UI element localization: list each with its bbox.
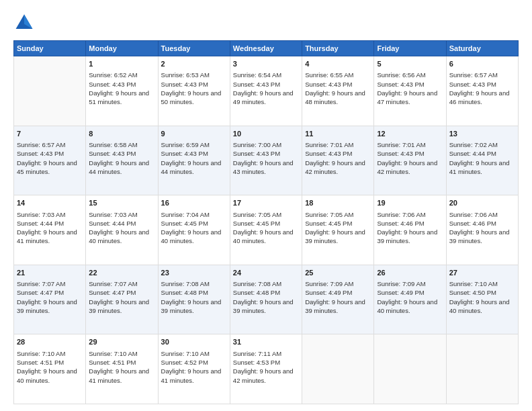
calendar-cell <box>374 334 446 404</box>
sunrise: Sunrise: 7:03 AM <box>17 211 65 218</box>
day-number: 3 <box>233 59 299 69</box>
day-number: 29 <box>89 337 154 347</box>
calendar-cell: 29Sunrise: 7:10 AMSunset: 4:51 PMDayligh… <box>86 334 158 404</box>
weekday-wednesday: Wednesday <box>230 41 302 56</box>
day-number: 12 <box>377 129 443 139</box>
sunset: Sunset: 4:43 PM <box>305 81 352 88</box>
sunrise: Sunrise: 6:54 AM <box>233 71 281 79</box>
sunrise: Sunrise: 6:55 AM <box>305 71 353 79</box>
sunset: Sunset: 4:48 PM <box>233 289 280 296</box>
day-number: 8 <box>89 129 154 139</box>
sunrise: Sunrise: 7:00 AM <box>233 141 281 148</box>
sunset: Sunset: 4:43 PM <box>305 150 352 157</box>
daylight: Daylight: 9 hours and 40 minutes. <box>89 228 149 244</box>
day-number: 28 <box>17 337 83 347</box>
calendar-cell: 3Sunrise: 6:54 AMSunset: 4:43 PMDaylight… <box>230 56 302 126</box>
calendar-cell: 25Sunrise: 7:09 AMSunset: 4:49 PMDayligh… <box>302 265 374 334</box>
header <box>13 12 519 34</box>
sunrise: Sunrise: 7:07 AM <box>89 280 137 287</box>
sunset: Sunset: 4:49 PM <box>377 289 424 296</box>
calendar-cell <box>14 56 86 126</box>
sunset: Sunset: 4:45 PM <box>305 220 352 227</box>
sunrise: Sunrise: 6:56 AM <box>377 71 425 79</box>
day-number: 17 <box>233 198 299 208</box>
calendar-table: SundayMondayTuesdayWednesdayThursdayFrid… <box>13 40 519 404</box>
sunset: Sunset: 4:43 PM <box>233 81 280 88</box>
daylight: Daylight: 9 hours and 39 minutes. <box>233 298 294 314</box>
sunset: Sunset: 4:43 PM <box>17 150 64 157</box>
calendar-cell: 1Sunrise: 6:52 AMSunset: 4:43 PMDaylight… <box>86 56 158 126</box>
weekday-saturday: Saturday <box>446 41 518 56</box>
calendar-cell: 14Sunrise: 7:03 AMSunset: 4:44 PMDayligh… <box>14 195 86 265</box>
day-number: 10 <box>233 129 299 139</box>
sunrise: Sunrise: 6:53 AM <box>161 71 210 79</box>
sunset: Sunset: 4:44 PM <box>89 220 136 227</box>
daylight: Daylight: 9 hours and 49 minutes. <box>233 89 294 105</box>
sunrise: Sunrise: 7:02 AM <box>449 141 498 148</box>
day-number: 25 <box>305 268 371 278</box>
logo <box>13 12 38 34</box>
day-number: 13 <box>449 129 515 139</box>
calendar-cell: 20Sunrise: 7:06 AMSunset: 4:46 PMDayligh… <box>446 195 518 265</box>
daylight: Daylight: 9 hours and 40 minutes. <box>161 228 222 244</box>
sunrise: Sunrise: 7:10 AM <box>17 350 65 357</box>
weekday-thursday: Thursday <box>302 41 374 56</box>
calendar-cell: 21Sunrise: 7:07 AMSunset: 4:47 PMDayligh… <box>14 265 86 334</box>
calendar-cell: 28Sunrise: 7:10 AMSunset: 4:51 PMDayligh… <box>14 334 86 404</box>
calendar-cell <box>446 334 518 404</box>
daylight: Daylight: 9 hours and 39 minutes. <box>161 298 222 314</box>
sunrise: Sunrise: 6:57 AM <box>449 71 498 79</box>
daylight: Daylight: 9 hours and 48 minutes. <box>305 89 365 105</box>
calendar-row-3: 21Sunrise: 7:07 AMSunset: 4:47 PMDayligh… <box>14 265 519 334</box>
calendar-row-2: 14Sunrise: 7:03 AMSunset: 4:44 PMDayligh… <box>14 195 519 265</box>
day-number: 24 <box>233 268 299 278</box>
day-number: 4 <box>305 59 371 69</box>
calendar-cell: 26Sunrise: 7:09 AMSunset: 4:49 PMDayligh… <box>374 265 446 334</box>
calendar-cell: 15Sunrise: 7:03 AMSunset: 4:44 PMDayligh… <box>86 195 158 265</box>
weekday-tuesday: Tuesday <box>158 41 230 56</box>
sunset: Sunset: 4:45 PM <box>161 220 208 227</box>
daylight: Daylight: 9 hours and 39 minutes. <box>305 228 365 244</box>
sunrise: Sunrise: 7:01 AM <box>305 141 353 148</box>
daylight: Daylight: 9 hours and 44 minutes. <box>161 159 222 175</box>
daylight: Daylight: 9 hours and 39 minutes. <box>305 298 365 314</box>
sunset: Sunset: 4:48 PM <box>161 289 208 296</box>
sunrise: Sunrise: 6:57 AM <box>17 141 65 148</box>
sunset: Sunset: 4:43 PM <box>161 81 208 88</box>
calendar-cell: 16Sunrise: 7:04 AMSunset: 4:45 PMDayligh… <box>158 195 230 265</box>
sunrise: Sunrise: 7:10 AM <box>161 350 210 357</box>
sunrise: Sunrise: 7:09 AM <box>305 280 353 287</box>
daylight: Daylight: 9 hours and 40 minutes. <box>17 367 77 383</box>
calendar-cell: 10Sunrise: 7:00 AMSunset: 4:43 PMDayligh… <box>230 126 302 195</box>
calendar-cell <box>302 334 374 404</box>
sunrise: Sunrise: 6:58 AM <box>89 141 137 148</box>
sunset: Sunset: 4:43 PM <box>161 150 208 157</box>
weekday-header-row: SundayMondayTuesdayWednesdayThursdayFrid… <box>14 41 519 56</box>
day-number: 21 <box>17 268 83 278</box>
calendar-cell: 17Sunrise: 7:05 AMSunset: 4:45 PMDayligh… <box>230 195 302 265</box>
sunset: Sunset: 4:50 PM <box>449 289 496 296</box>
day-number: 22 <box>89 268 154 278</box>
day-number: 2 <box>161 59 227 69</box>
calendar-cell: 31Sunrise: 7:11 AMSunset: 4:53 PMDayligh… <box>230 334 302 404</box>
weekday-sunday: Sunday <box>14 41 86 56</box>
sunrise: Sunrise: 7:01 AM <box>377 141 425 148</box>
calendar-cell: 24Sunrise: 7:08 AMSunset: 4:48 PMDayligh… <box>230 265 302 334</box>
daylight: Daylight: 9 hours and 42 minutes. <box>305 159 365 175</box>
day-number: 1 <box>89 59 154 69</box>
sunset: Sunset: 4:44 PM <box>17 220 64 227</box>
daylight: Daylight: 9 hours and 44 minutes. <box>89 159 149 175</box>
daylight: Daylight: 9 hours and 46 minutes. <box>449 89 510 105</box>
weekday-monday: Monday <box>86 41 158 56</box>
calendar-cell: 8Sunrise: 6:58 AMSunset: 4:43 PMDaylight… <box>86 126 158 195</box>
sunset: Sunset: 4:43 PM <box>449 81 496 88</box>
daylight: Daylight: 9 hours and 39 minutes. <box>449 228 510 244</box>
calendar-cell: 9Sunrise: 6:59 AMSunset: 4:43 PMDaylight… <box>158 126 230 195</box>
daylight: Daylight: 9 hours and 41 minutes. <box>449 159 510 175</box>
day-number: 31 <box>233 337 299 347</box>
sunrise: Sunrise: 7:08 AM <box>161 280 210 287</box>
day-number: 26 <box>377 268 443 278</box>
day-number: 23 <box>161 268 227 278</box>
daylight: Daylight: 9 hours and 41 minutes. <box>161 367 222 383</box>
daylight: Daylight: 9 hours and 47 minutes. <box>377 89 437 105</box>
